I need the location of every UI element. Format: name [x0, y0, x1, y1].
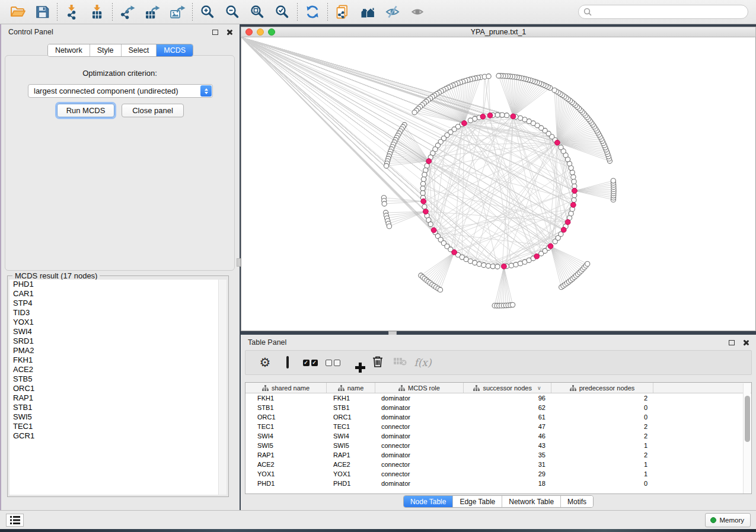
mcds-result-item[interactable]: FKH1 [9, 355, 218, 365]
export-table-button[interactable] [140, 2, 165, 22]
mcds-result-item[interactable]: STB5 [9, 374, 218, 384]
mcds-result-item[interactable]: SWI5 [9, 412, 218, 422]
close-panel-button[interactable]: Close panel [122, 104, 184, 117]
zoom-in-icon [200, 4, 216, 20]
network-canvas[interactable] [241, 37, 756, 331]
delete-column-button[interactable] [366, 352, 389, 373]
show-eye-button[interactable] [405, 2, 430, 22]
zoom-fit-button[interactable] [245, 2, 270, 22]
search-input[interactable] [592, 6, 748, 18]
zoom-in-button[interactable] [195, 2, 220, 22]
column-header-name[interactable]: name [327, 383, 375, 393]
column-header-successor-nodes[interactable]: successor nodes∨ [464, 383, 551, 393]
mcds-result-item[interactable]: ACE2 [9, 365, 218, 374]
table-row[interactable]: TEC1TEC1connector472 [245, 422, 751, 431]
cell-mcds-role: dominator [375, 450, 464, 460]
mcds-result-item[interactable]: RAP1 [9, 393, 218, 403]
import-network-button[interactable] [60, 2, 85, 22]
mcds-result-item[interactable]: SWI4 [9, 327, 218, 336]
close-panel-icon[interactable] [742, 339, 749, 346]
table-row[interactable]: STB1STB1dominator620 [245, 403, 751, 412]
tab-style[interactable]: Style [90, 44, 122, 56]
tab-edge-table[interactable]: Edge Table [453, 496, 502, 507]
mcds-result-item[interactable]: TEC1 [9, 422, 218, 431]
tab-network-table[interactable]: Network Table [502, 496, 561, 507]
table-scrollbar[interactable] [743, 383, 751, 493]
table-row[interactable]: SWI4SWI4dominator462 [245, 431, 751, 441]
cell-mcds-role: dominator [375, 479, 464, 488]
export-network-button[interactable] [115, 2, 140, 22]
mcds-result-item[interactable]: TID3 [9, 308, 218, 318]
cell-shared-name: STB1 [245, 403, 327, 412]
duplicate-network-button[interactable] [330, 2, 355, 22]
toolbar-separator [192, 3, 193, 21]
open-folder-button[interactable] [5, 2, 30, 22]
mcds-result-item[interactable]: STP4 [9, 299, 218, 308]
mcds-result-item[interactable]: ORC1 [9, 384, 218, 393]
refresh-button[interactable] [300, 2, 325, 22]
mcds-result-item[interactable]: GCR1 [9, 431, 218, 441]
mcds-result-item[interactable]: PHD1 [9, 280, 218, 289]
cell-predecessor-nodes: 2 [551, 422, 653, 431]
tab-node-table[interactable]: Node Table [404, 496, 454, 507]
table-row[interactable]: FKH1FKH1dominator962 [245, 393, 751, 403]
tab-motifs[interactable]: Motifs [561, 496, 593, 507]
cell-successor-nodes: 46 [464, 431, 551, 441]
cell-name: RAP1 [327, 450, 375, 460]
column-header-MCDS-role[interactable]: MCDS role [375, 383, 464, 393]
cell-predecessor-nodes: 2 [551, 393, 653, 403]
criterion-select[interactable]: largest connected component (undirected) [28, 84, 213, 98]
table-row[interactable]: YOX1YOX1connector291 [245, 469, 751, 479]
mcds-result-item[interactable]: YOX1 [9, 318, 218, 327]
cell-shared-name: FKH1 [245, 393, 327, 403]
split-panel-button[interactable] [276, 352, 299, 373]
mcds-result-item[interactable]: STB1 [9, 403, 218, 412]
zoom-fit-icon [250, 4, 266, 20]
cell-predecessor-nodes: 2 [551, 450, 653, 460]
search-box[interactable] [578, 5, 748, 19]
zoom-out-button[interactable] [220, 2, 245, 22]
table-row[interactable]: SWI5SWI5connector431 [245, 441, 751, 450]
cell-successor-nodes: 62 [464, 403, 551, 412]
main-toolbar [0, 0, 756, 24]
run-mcds-button[interactable]: Run MCDS [57, 104, 114, 117]
vertical-splitter-handle[interactable] [237, 258, 241, 267]
table-scrollbar-thumb[interactable] [745, 396, 750, 442]
float-window-icon[interactable] [729, 340, 735, 345]
cell-name: STB1 [327, 403, 375, 412]
gear-button[interactable]: ⚙ [254, 352, 276, 373]
tab-mcds[interactable]: MCDS [157, 44, 193, 56]
memory-button[interactable]: Memory [705, 513, 751, 527]
show-columns-button[interactable]: ✓✓ [299, 352, 321, 373]
mcds-result-item[interactable]: SRD1 [9, 336, 218, 346]
export-image-button[interactable] [165, 2, 190, 22]
table-row[interactable]: ORC1ORC1dominator610 [245, 412, 751, 422]
column-header-predecessor-nodes[interactable]: predecessor nodes [551, 383, 653, 393]
tab-select[interactable]: Select [122, 44, 157, 56]
hide-columns-button[interactable] [321, 352, 344, 373]
import-table-button[interactable] [85, 2, 110, 22]
float-window-icon[interactable] [212, 30, 218, 35]
cell-mcds-role: connector [375, 441, 464, 450]
network-view-window: YPA_prune.txt_1 [241, 27, 756, 331]
save-button[interactable] [30, 2, 55, 22]
home-button[interactable] [355, 2, 380, 22]
mcds-result-item[interactable]: CAR1 [9, 289, 218, 299]
toolbar-separator [327, 3, 328, 21]
column-header-shared-name[interactable]: shared name [245, 383, 327, 393]
table-row[interactable]: PHD1PHD1dominator180 [245, 479, 751, 488]
network-window-titlebar[interactable]: YPA_prune.txt_1 [241, 27, 756, 37]
mcds-result-item[interactable]: PMA2 [9, 346, 218, 355]
close-panel-icon[interactable] [226, 29, 232, 36]
table-row[interactable]: ACE2ACE2connector311 [245, 460, 751, 469]
zoom-selected-icon [275, 4, 291, 20]
show-panels-button[interactable] [6, 514, 24, 527]
mcds-result-scrollbar[interactable] [218, 280, 227, 495]
table-row[interactable]: RAP1RAP1dominator352 [245, 450, 751, 460]
mcds-tab-content: Optimization criterion: largest connecte… [5, 55, 235, 271]
zoom-selected-button[interactable] [270, 2, 295, 22]
tab-network[interactable]: Network [48, 44, 90, 56]
hide-eye-button[interactable] [380, 2, 405, 22]
cell-name: SWI4 [327, 431, 375, 441]
add-column-button[interactable] [344, 352, 366, 373]
